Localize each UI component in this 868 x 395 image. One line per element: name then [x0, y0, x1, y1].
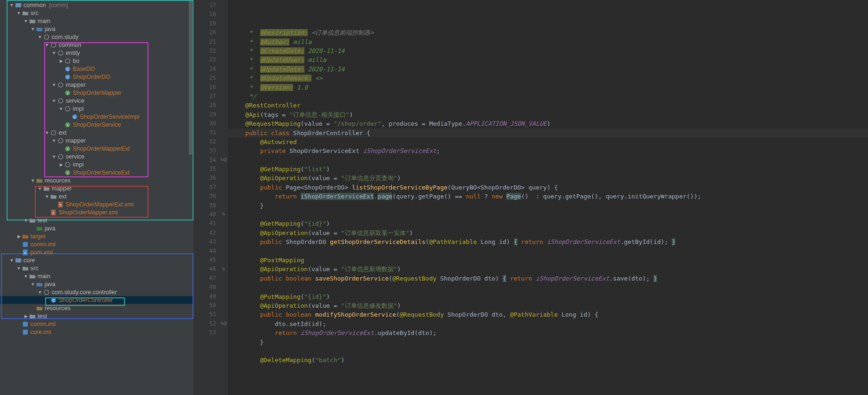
code-line[interactable]: @Autowired [231, 137, 868, 146]
gutter-mark[interactable] [219, 291, 228, 300]
code-line[interactable]: return iShopOrderServiceExt.page(query.g… [231, 192, 868, 201]
gutter-mark[interactable]: ↻ [219, 264, 228, 273]
code-line[interactable]: @DeleteMapping("batch") [231, 356, 868, 365]
code-line[interactable]: * @UpdateUser: milla [231, 55, 868, 64]
chevron-down-icon[interactable]: ▼ [51, 83, 57, 87]
line-number[interactable]: 21 [194, 38, 216, 46]
line-number[interactable]: 17 [194, 1, 216, 10]
tree-item[interactable]: ▼common [0, 41, 194, 49]
chevron-right-icon[interactable]: ▶ [23, 314, 29, 319]
line-number[interactable]: 24 [194, 65, 216, 74]
gutter-mark[interactable] [219, 100, 228, 109]
tree-item[interactable]: ▼core [0, 256, 194, 264]
gutter-mark[interactable] [219, 73, 228, 82]
gutter-mark[interactable] [219, 164, 228, 173]
chevron-right-icon[interactable]: ▶ [58, 162, 64, 167]
chevron-down-icon[interactable]: ▼ [44, 194, 50, 199]
code-editor[interactable]: 1718192021222324252627282930313233343536… [194, 0, 868, 395]
chevron-down-icon[interactable]: ▼ [30, 27, 36, 31]
code-line[interactable]: @ApiOperation(value = "订单信息新增数据") [231, 265, 868, 273]
code-line[interactable]: @PutMapping("{id}") [231, 292, 868, 301]
chevron-down-icon[interactable]: ▼ [51, 51, 57, 55]
line-number[interactable]: 37 [194, 183, 216, 192]
line-number[interactable]: 51 [194, 310, 216, 319]
tree-item[interactable]: ▶target [0, 232, 194, 240]
code-line[interactable]: * @Version: 1.0 [231, 83, 868, 92]
line-number[interactable]: 47 [194, 274, 216, 283]
code-line[interactable]: @RestController [231, 101, 868, 110]
chevron-down-icon[interactable]: ▼ [51, 138, 57, 143]
tree-item[interactable]: CShopOrderServiceImpl [0, 113, 194, 121]
gutter-mark[interactable]: ↻@ [219, 319, 228, 327]
project-tree[interactable]: ▼common[comm]▼src▼main▼java▼com.study▼co… [0, 0, 194, 395]
tree-item[interactable]: ▼src [0, 264, 194, 272]
tree-item[interactable]: IShopOrderService [0, 121, 194, 129]
tree-item[interactable]: ▼mapper [0, 184, 194, 192]
chevron-down-icon[interactable]: ▼ [23, 218, 29, 223]
chevron-down-icon[interactable]: ▼ [30, 178, 36, 183]
gutter-mark[interactable] [219, 137, 228, 145]
tree-item[interactable]: resources [0, 304, 194, 312]
code-line[interactable]: } [231, 338, 868, 347]
gutter-mark[interactable] [219, 27, 228, 36]
tree-item[interactable]: ▼ext [0, 192, 194, 200]
code-line[interactable]: public boolean modifyShopOrderService(@R… [231, 310, 868, 319]
gutter-mark[interactable] [219, 46, 228, 54]
line-number[interactable]: 40 [194, 210, 216, 219]
code-line[interactable]: @ApiOperation(value = "订单信息分页查询") [231, 174, 868, 182]
gutter-mark[interactable] [219, 255, 228, 264]
line-number[interactable]: 50 [194, 301, 216, 310]
tree-item[interactable]: ▼main [0, 272, 194, 280]
line-number[interactable]: 18 [194, 10, 216, 19]
gutter-mark[interactable] [219, 9, 228, 18]
code-line[interactable] [231, 210, 868, 219]
tree-item[interactable]: ▼test [0, 216, 194, 224]
line-number[interactable]: 52 [194, 319, 216, 328]
line-number[interactable]: 19 [194, 19, 216, 28]
chevron-down-icon[interactable]: ▼ [23, 274, 29, 279]
line-number[interactable]: 35 [194, 165, 216, 174]
line-number[interactable]: 33 [194, 146, 216, 155]
chevron-down-icon[interactable]: ▼ [51, 99, 57, 103]
line-number[interactable]: 38 [194, 192, 216, 201]
line-number[interactable]: 22 [194, 46, 216, 55]
code-line[interactable]: @GetMapping("{id}") [231, 219, 868, 228]
gutter-mark[interactable] [219, 91, 228, 100]
gutter-mark[interactable] [219, 118, 228, 127]
tree-item[interactable]: CShopOrderController [0, 296, 194, 304]
code-line[interactable]: public Page<ShopOrderDO> listShopOrderSe… [231, 183, 868, 192]
gutter-mark[interactable] [219, 182, 228, 191]
code-line[interactable] [231, 283, 868, 292]
chevron-down-icon[interactable]: ▼ [16, 266, 22, 271]
line-number-gutter[interactable]: 1718192021222324252627282930313233343536… [194, 0, 219, 395]
tree-item[interactable]: XShopOrderMapper.xml [0, 208, 194, 216]
tree-item[interactable]: ▼com.study [0, 33, 194, 41]
code-line[interactable]: public class ShopOrderController { [231, 129, 868, 137]
chevron-down-icon[interactable]: ▼ [9, 3, 15, 8]
tree-item[interactable]: CBaseDO [0, 65, 194, 73]
tree-item[interactable]: core.iml [0, 328, 194, 336]
code-line[interactable]: public boolean saveShopOrderService(@Req… [231, 274, 868, 283]
gutter-mark[interactable] [219, 218, 228, 227]
tree-item[interactable]: ▶test [0, 312, 194, 320]
code-line[interactable] [231, 347, 868, 356]
line-number[interactable]: 48 [194, 283, 216, 292]
line-number[interactable]: 49 [194, 292, 216, 301]
chevron-down-icon[interactable]: ▼ [58, 106, 64, 111]
chevron-down-icon[interactable]: ▼ [30, 282, 36, 287]
line-number[interactable]: 45 [194, 256, 216, 265]
tree-item[interactable]: ▼impl [0, 105, 194, 113]
tree-item[interactable]: ▶impl [0, 160, 194, 168]
chevron-down-icon[interactable]: ▼ [44, 43, 50, 47]
gutter-mark[interactable] [219, 246, 228, 255]
code-line[interactable]: */ [231, 92, 868, 101]
chevron-down-icon[interactable]: ▼ [16, 11, 22, 15]
gutter-mark[interactable]: ↻@ [219, 155, 228, 164]
tree-item[interactable]: java [0, 224, 194, 232]
chevron-down-icon[interactable]: ▼ [37, 35, 43, 39]
gutter-mark[interactable] [219, 145, 228, 154]
line-number[interactable]: 43 [194, 237, 216, 246]
chevron-right-icon[interactable]: ▶ [58, 59, 64, 63]
chevron-down-icon[interactable]: ▼ [37, 290, 43, 295]
code-line[interactable]: return iShopOrderServiceExt.updateById(d… [231, 328, 868, 337]
